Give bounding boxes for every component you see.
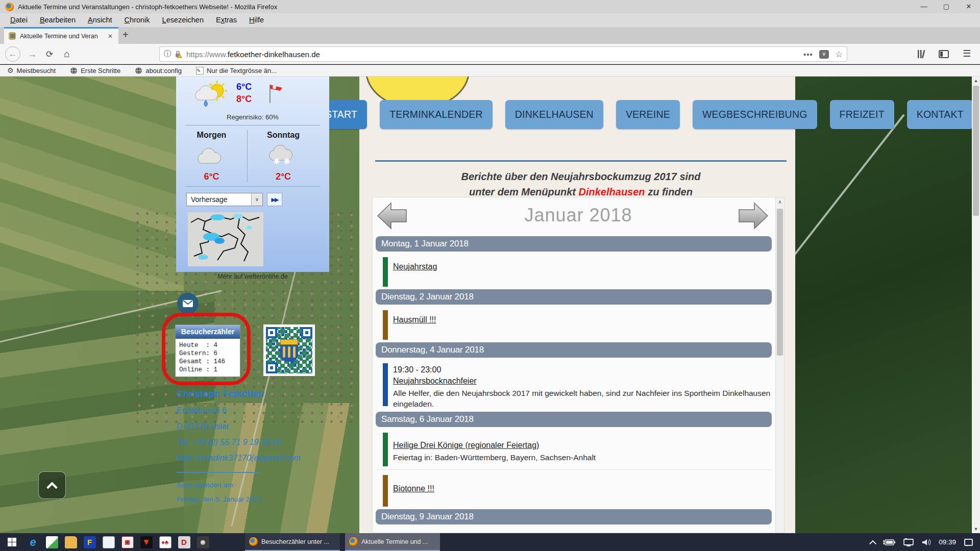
nav-vereine-button[interactable]: VEREINE [616,100,680,129]
reload-button[interactable]: ⟳ [42,44,57,64]
bookmark-about-config[interactable]: about:config [135,67,182,74]
page-info-icon[interactable]: ⓘ [164,49,171,59]
scroll-down-icon[interactable]: ▼ [972,525,980,533]
nav-kontakt-button[interactable]: KONTAKT [907,100,973,129]
qr-finder [301,327,312,338]
tray-chevron-icon[interactable] [870,540,875,545]
notice-highlight: Dinkelhausen [579,186,645,197]
contact-mail[interactable]: Mail: chrisdink37170(at)gmail.com [177,454,301,463]
menu-chronik[interactable]: Chronik [118,13,156,27]
day-header: Montag, 1 Januar 2018 [376,236,772,252]
scroll-up-icon[interactable]: ∧ [776,197,784,205]
globe-icon [135,67,142,74]
weather-today: 6°C 8°C [176,77,329,113]
hamburger-menu-icon[interactable]: ☰ [963,48,971,59]
minimize-button[interactable]: — [913,0,935,13]
forecast-forward-button[interactable]: ▶▶ [267,193,282,206]
weather-forecast: Morgen 6°C Sonntag 2°C [176,130,329,182]
menu-lesezeichen[interactable]: Lesezeichen [156,13,210,27]
nav-dinkelhausen-button[interactable]: DINKELHAUSEN [505,100,603,129]
taskbar-explorer-icon[interactable] [61,533,80,551]
battery-icon[interactable] [883,539,896,546]
volume-icon[interactable] [921,538,932,546]
rain-radar-map[interactable] [188,212,263,266]
scroll-up-icon[interactable]: ▲ [972,77,980,85]
firefox-icon [249,537,258,546]
page-actions-icon[interactable]: ••• [803,50,813,59]
back-button[interactable]: ← [4,44,21,64]
start-button[interactable] [0,533,23,551]
taskbar-window-besucherzaehler[interactable]: Besucherzähler unter ... [245,533,340,551]
event-link[interactable]: Neujahrsbocknachfeier [393,377,772,386]
bookmark-erste-schritte[interactable]: Erste Schritte [70,67,120,74]
bookmark-meistbesucht[interactable]: ⚙ Meistbesucht [7,66,56,74]
forward-button[interactable]: → [24,44,40,64]
day-header: Donnerstag, 4 Januar 2018 [376,342,772,358]
taskbar-notepad-icon[interactable] [99,533,118,551]
event-color-bar [383,475,388,507]
taskbar-cards-icon[interactable]: ♦♣ [156,533,175,551]
network-icon[interactable] [903,538,914,546]
menu-bearbeiten[interactable]: Bearbeiten [34,13,82,27]
close-button[interactable]: ✕ [958,0,980,13]
menu-hilfe[interactable]: Hilfe [243,13,270,27]
maximize-button[interactable]: ▢ [935,0,958,13]
envelope-icon [182,299,193,308]
new-tab-button[interactable]: + [122,29,129,41]
menu-datei[interactable]: Datei [4,13,34,27]
nav-terminkalender-button[interactable]: TERMINKALENDER [380,100,493,129]
tab-close-icon[interactable]: ✕ [108,33,113,40]
scroll-to-top-button[interactable] [38,471,66,499]
wetteronline-link[interactable]: Mehr auf wetteronline.de [176,273,329,280]
library-icon[interactable] [916,48,927,60]
qr-center-crest [280,339,298,362]
event-link[interactable]: Neujahrstag [393,262,437,271]
taskbar-document-icon[interactable] [42,533,61,551]
taskbar-window-aktuelle-termine[interactable]: Aktuelle Termine und ... [345,533,440,551]
taskbar-edge-icon[interactable]: e [23,533,42,551]
chevron-down-icon: ∨ [251,193,262,206]
event-link[interactable]: Biotonne !!! [393,484,434,493]
event-time: 19:30 - 23:00 [393,365,772,374]
sun-cloud-rain-icon [191,80,231,110]
home-button[interactable]: ⌂ [59,44,75,64]
pocket-icon[interactable]: ∨ [819,50,829,59]
bookmark-textgroesse[interactable]: ✎ Nur die Textgrösse än... [196,67,277,74]
nav-wegbeschreibung-button[interactable]: WEGBESCHREIBUNG [693,100,817,129]
divider [377,469,771,470]
calendar-body: Montag, 1 Januar 2018 Neujahrstag Dienst… [373,234,784,524]
temp-high: 8°C [236,93,252,105]
event-link[interactable]: Heilige Drei Könige (regionaler Feiertag… [393,441,596,450]
url-bar[interactable]: ⓘ https://www.fetkoether-dinkelhausen.de… [159,46,847,62]
menu-ansicht[interactable]: Ansicht [82,13,118,27]
taskbar-freecommander-icon[interactable]: F [80,533,99,551]
nav-freizeit-button[interactable]: FREIZEIT [830,100,894,129]
forecast-select[interactable]: Vorhersage ∨ [186,193,263,206]
event-link[interactable]: Hausmüll !!! [393,315,436,324]
taskbar-camera-icon[interactable]: ◉ [193,533,212,551]
bookmark-star-icon[interactable]: ☆ [835,49,843,60]
site-navigation: START TERMINKALENDER DINKELHAUSEN VEREIN… [315,100,973,129]
tab-bar: Aktuelle Termine und Veran ✕ + [0,27,980,44]
calendar-scrollbar-thumb[interactable] [777,209,783,356]
rain-risk-label: Regenrisiko: 60% [176,113,329,121]
clock[interactable]: 09:39 [939,538,956,546]
action-center-icon[interactable] [964,539,973,546]
insecure-lock-icon[interactable] [174,50,182,58]
weather-widget: 6°C 8°C Regenrisiko: 60% Morgen 6°C Sonn… [176,77,329,272]
taskbar-jdownloader-icon[interactable]: ▼ [137,533,156,551]
email-button[interactable] [177,293,199,314]
tab-aktuelle-termine[interactable]: Aktuelle Termine und Veran ✕ [4,27,118,44]
divider [185,125,320,126]
page-scrollbar-thumb[interactable] [973,86,979,216]
taskbar-d-icon[interactable]: D [175,533,193,551]
cloud-icon [193,145,231,165]
menu-extras[interactable]: Extras [210,13,243,27]
page-scrollbar[interactable]: ▲ ▼ [972,77,980,533]
calendar-scrollbar[interactable]: ∧ [775,197,784,533]
taskbar-printer-icon[interactable]: ▣ [118,533,137,551]
previous-month-arrow-icon[interactable] [377,201,408,231]
sidebar-icon[interactable] [938,48,949,60]
firefox-app-icon [5,3,14,11]
next-month-arrow-icon[interactable] [737,201,769,231]
